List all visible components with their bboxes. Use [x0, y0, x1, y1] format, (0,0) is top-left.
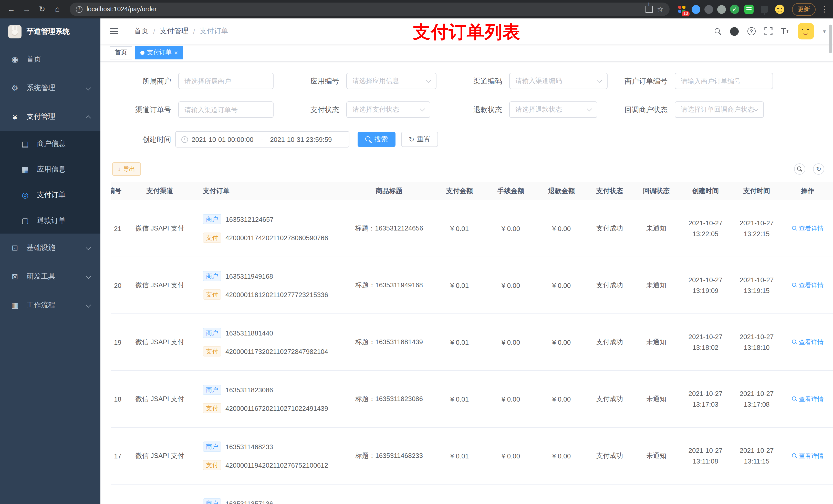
search-icon — [797, 166, 802, 172]
hide-search-button[interactable] — [794, 163, 805, 175]
refresh-button[interactable]: ↻ — [813, 163, 824, 175]
update-button[interactable]: 更新 — [792, 3, 815, 16]
channel-order-no: 4200001167202110271022491439 — [225, 404, 328, 412]
pay-channel: 微信 JSAPI 支付 — [136, 394, 185, 404]
breadcrumb-current: 支付订单 — [200, 27, 229, 36]
merchant-order-input[interactable] — [675, 73, 773, 89]
forward-button[interactable]: → — [20, 2, 34, 16]
reset-button[interactable]: ↻ 重置 — [401, 131, 438, 147]
view-detail-link[interactable]: 查看详情 — [792, 452, 824, 460]
app-select[interactable]: 请选择应用信息 — [346, 73, 436, 89]
sidebar-item-pay-order[interactable]: ◎ 支付订单 — [0, 182, 100, 208]
pay-order-cell: 商户 1635311949168 支付 42000011812021102777… — [196, 257, 344, 313]
chevron-down-icon — [426, 78, 431, 83]
view-detail-link[interactable]: 查看详情 — [792, 281, 824, 290]
table-body: 21 微信 JSAPI 支付 商户 1635312124657 支付 42000… — [111, 200, 833, 504]
channel-order-input[interactable] — [178, 101, 273, 118]
fullscreen-icon[interactable] — [764, 27, 772, 35]
sidebar-item-dev-tools[interactable]: ⊠ 研发工具 — [0, 262, 100, 291]
merchant-tag: 商户 — [203, 328, 221, 338]
channel-code-select[interactable]: 请输入渠道编码 — [509, 73, 608, 89]
chevron-up-icon — [86, 116, 91, 121]
share-icon[interactable]: ↑ — [646, 6, 653, 13]
font-size-icon[interactable]: TT — [781, 27, 789, 36]
url-bar[interactable]: i localhost:1024/pay/order ↑ ☆ — [70, 3, 670, 16]
view-detail-link[interactable]: 查看详情 — [792, 394, 824, 403]
column-header-status: 支付状态 — [587, 182, 633, 200]
breadcrumb-pay[interactable]: 支付管理 — [160, 27, 189, 36]
merchant-input[interactable] — [178, 73, 273, 89]
chevron-down-icon — [86, 303, 91, 308]
sidebar-item-infra[interactable]: ⊡ 基础设施 — [0, 234, 100, 262]
sidebar-item-workflow[interactable]: ▥ 工作流程 — [0, 291, 100, 320]
notify-status: 未通知 — [646, 281, 666, 290]
table-row: 19 微信 JSAPI 支付 商户 1635311881440 支付 42000… — [111, 314, 833, 371]
search-icon[interactable] — [714, 28, 721, 34]
search-button[interactable]: 搜索 — [358, 131, 396, 147]
chevron-down-icon — [753, 106, 759, 112]
fee-amount: ¥ 0.00 — [502, 338, 520, 346]
monitor-icon: ⊡ — [10, 243, 20, 253]
sidebar-item-refund-order[interactable]: ▢ 退款订单 — [0, 208, 100, 234]
extension-dark-icon[interactable] — [705, 5, 713, 14]
extension-check-icon[interactable]: ✓ — [730, 5, 739, 14]
extension-chat-icon[interactable] — [743, 4, 755, 15]
top-navbar: 首页 / 支付管理 / 支付订单 支付订单列表 ? TT ▾ — [100, 19, 833, 44]
grid-icon: ▦ — [21, 165, 30, 174]
refund-amount: ¥ 0.00 — [552, 452, 571, 460]
scrollbar-thumb[interactable] — [829, 25, 832, 53]
refund-amount: ¥ 0.00 — [552, 282, 571, 289]
merchant-order-no: 1635311357136 — [225, 500, 273, 504]
export-button[interactable]: ↓ 导出 — [112, 162, 141, 176]
notify-status: 未通知 — [646, 394, 666, 404]
pay-channel: 微信 JSAPI 支付 — [136, 338, 185, 347]
refund-amount: ¥ 0.00 — [552, 224, 571, 232]
sidebar-item-system[interactable]: ⚙ 系统管理 — [0, 74, 100, 102]
sidebar-item-home[interactable]: ◉ 首页 — [0, 45, 100, 74]
extension-emoji-icon[interactable] — [774, 4, 785, 15]
pinned-extension-icon[interactable] — [759, 4, 770, 15]
site-info-icon[interactable]: i — [76, 6, 82, 13]
back-button[interactable]: ← — [4, 2, 19, 16]
sidebar-item-merchant-info[interactable]: ▤ 商户信息 — [0, 131, 100, 157]
tab-pay-order[interactable]: 支付订单 × — [135, 46, 183, 59]
extension-gray-icon[interactable] — [717, 5, 726, 14]
view-detail-link[interactable]: 查看详情 — [792, 338, 824, 346]
document-icon: ▢ — [21, 216, 30, 225]
browser-menu-button[interactable]: ⋮ — [820, 5, 829, 14]
close-icon[interactable]: × — [174, 49, 178, 55]
create-time-range[interactable]: 2021-10-01 00:00:00 - 2021-10-31 23:59:5… — [175, 131, 349, 147]
channel-order-no: 4200001181202110277723215336 — [225, 291, 328, 298]
pay-status-select[interactable]: 请选择支付状态 — [346, 101, 430, 118]
pay-tag: 支付 — [203, 346, 221, 357]
sidebar-item-app-info[interactable]: ▦ 应用信息 — [0, 157, 100, 182]
app-no-label: 应用编号 — [290, 73, 339, 89]
avatar[interactable] — [798, 23, 814, 40]
tab-home[interactable]: 首页 — [110, 46, 132, 59]
bookmark-star-icon[interactable]: ☆ — [657, 5, 663, 13]
search-icon — [792, 397, 797, 402]
merchant-order-no: 1635311468233 — [225, 443, 273, 451]
sidebar-item-pay[interactable]: ¥ 支付管理 — [0, 102, 100, 131]
table-row: 18 微信 JSAPI 支付 商户 1635311823086 支付 42000… — [111, 371, 833, 428]
view-detail-link[interactable]: 查看详情 — [792, 224, 824, 233]
merchant-tag: 商户 — [203, 385, 221, 395]
date-start: 2021-10-01 00:00:00 — [192, 136, 253, 143]
sidebar-toggle-icon[interactable] — [100, 31, 127, 32]
pay-order-cell: 商户 1635311881440 支付 42000011732021102728… — [196, 314, 344, 370]
create-time-label: 创建时间 — [122, 131, 171, 147]
extension-blue-icon[interactable] — [692, 5, 700, 14]
breadcrumb-home[interactable]: 首页 — [134, 27, 148, 36]
notify-status-select[interactable]: 请选择订单回调商户状态 — [675, 101, 764, 118]
merchant-order-no: 1635311949168 — [225, 272, 273, 280]
active-dot — [140, 50, 144, 54]
help-icon[interactable]: ? — [747, 27, 755, 35]
reload-button[interactable]: ↻ — [35, 2, 49, 16]
refund-status-select[interactable]: 请选择退款状态 — [509, 101, 597, 118]
extension-colorful-icon[interactable]: 10 — [676, 4, 688, 15]
notify-status: 未通知 — [646, 224, 666, 233]
main-content: 所属商户 应用编号 请选择应用信息 渠道编码 请输入渠道编码 商户订单编号 渠道… — [100, 62, 833, 504]
home-button[interactable]: ⌂ — [50, 2, 65, 16]
chevron-down-icon[interactable]: ▾ — [823, 28, 826, 34]
github-icon[interactable] — [730, 27, 738, 35]
